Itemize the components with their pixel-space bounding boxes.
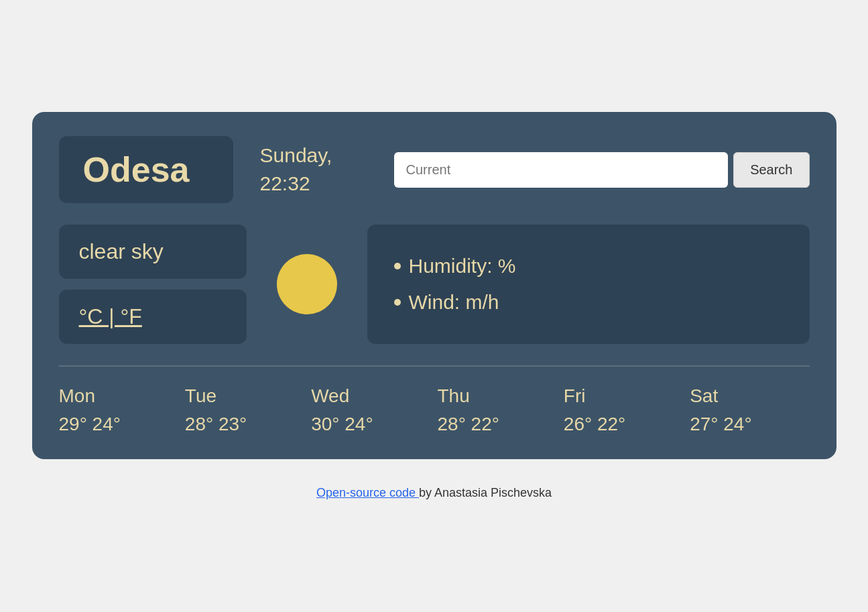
condition-text: clear sky: [79, 239, 164, 263]
city-box: Odesa: [59, 136, 233, 203]
sun-icon-area: [260, 225, 354, 344]
forecast-day: Mon29° 24°: [59, 385, 178, 435]
top-section: Odesa Sunday, 22:32 Search: [59, 136, 810, 203]
humidity-label: Humidity: %: [409, 255, 516, 278]
open-source-link[interactable]: Open-source code: [316, 486, 419, 499]
unit-toggle[interactable]: °C | °F: [79, 304, 142, 328]
day-temps: 26° 22°: [564, 414, 625, 435]
day-temps: 28° 23°: [185, 414, 247, 435]
day-temps: 30° 24°: [311, 414, 373, 435]
footer: Open-source code by Anastasia Pischevska: [316, 486, 552, 500]
condition-box: clear sky: [59, 225, 247, 279]
left-info: clear sky °C | °F: [59, 225, 247, 344]
unit-box: °C | °F: [59, 290, 247, 344]
forecast-day: Wed30° 24°: [311, 385, 430, 435]
day-temps: 28° 22°: [437, 414, 499, 435]
attribution-text: by Anastasia Pischevska: [419, 486, 552, 499]
search-area: Search: [394, 152, 810, 188]
day-name: Mon: [59, 385, 95, 407]
forecast-day: Fri26° 22°: [564, 385, 683, 435]
wind-label: Wind: m/h: [409, 291, 499, 314]
forecast-day: Thu28° 22°: [437, 385, 556, 435]
day-name: Thu: [437, 385, 469, 407]
sun-icon: [277, 254, 337, 314]
middle-section: clear sky °C | °F Humidity: % Wind: m/h: [59, 225, 810, 344]
humidity-bullet: [394, 263, 401, 269]
stats-box: Humidity: % Wind: m/h: [367, 225, 810, 344]
open-source-link-text: Open-source code: [316, 486, 416, 499]
day-name: Fri: [564, 385, 586, 407]
datetime-box: Sunday, 22:32: [260, 141, 367, 198]
date-text: Sunday,: [260, 141, 367, 170]
day-name: Tue: [185, 385, 216, 407]
wind-bullet: [394, 299, 401, 306]
forecast-day: Sat27° 24°: [690, 385, 809, 435]
wind-stat: Wind: m/h: [394, 291, 783, 314]
time-text: 22:32: [260, 170, 367, 198]
day-temps: 29° 24°: [59, 414, 121, 435]
humidity-stat: Humidity: %: [394, 255, 783, 278]
day-temps: 27° 24°: [690, 414, 751, 435]
forecast-day: Tue28° 23°: [185, 385, 304, 435]
search-input[interactable]: [394, 152, 729, 188]
forecast-section: Mon29° 24°Tue28° 23°Wed30° 24°Thu28° 22°…: [59, 385, 810, 435]
search-button[interactable]: Search: [733, 152, 809, 188]
city-name: Odesa: [83, 150, 190, 189]
weather-card: Odesa Sunday, 22:32 Search clear sky °C …: [32, 112, 836, 459]
day-name: Sat: [690, 385, 718, 407]
divider: [59, 365, 810, 367]
day-name: Wed: [311, 385, 349, 407]
